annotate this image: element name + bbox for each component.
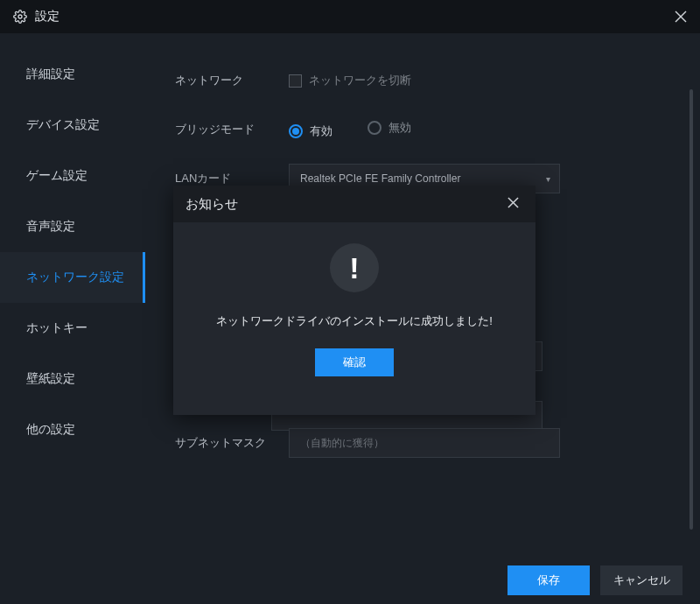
svg-point-0 bbox=[18, 15, 22, 18]
cancel-button[interactable]: キャンセル bbox=[600, 565, 682, 595]
sidebar-item-advanced[interactable]: 詳細設定 bbox=[0, 49, 145, 100]
button-label: キャンセル bbox=[613, 572, 670, 588]
notification-modal: お知らせ ! ネットワークドライバのインストールに成功しました! 確認 bbox=[173, 186, 536, 415]
input-placeholder: （自動的に獲得） bbox=[300, 436, 384, 451]
sidebar-item-label: ホットキー bbox=[26, 320, 88, 336]
chevron-down-icon: ▾ bbox=[546, 174, 550, 184]
bridge-disabled-radio[interactable]: 無効 bbox=[368, 120, 411, 136]
save-button[interactable]: 保存 bbox=[508, 565, 590, 595]
modal-close-button[interactable] bbox=[502, 196, 523, 212]
sidebar-item-network[interactable]: ネットワーク設定 bbox=[0, 252, 145, 303]
sidebar-item-label: ネットワーク設定 bbox=[26, 270, 124, 285]
sidebar-item-wallpaper[interactable]: 壁紙設定 bbox=[0, 354, 145, 404]
row-bridge-mode: ブリッジモード 有効 無効 bbox=[175, 105, 672, 154]
button-label: 保存 bbox=[537, 572, 560, 588]
sidebar-item-game[interactable]: ゲーム設定 bbox=[0, 151, 145, 201]
bridge-mode-label: ブリッジモード bbox=[175, 122, 289, 137]
sidebar-item-label: 音声設定 bbox=[26, 219, 75, 235]
checkbox-label: ネットワークを切断 bbox=[309, 73, 411, 88]
titlebar: 設定 bbox=[0, 0, 700, 33]
sidebar-item-label: 壁紙設定 bbox=[26, 371, 75, 387]
sidebar-item-audio[interactable]: 音声設定 bbox=[0, 201, 145, 252]
select-value: Realtek PCIe FE Family Controller bbox=[300, 172, 460, 185]
sidebar-item-hotkey[interactable]: ホットキー bbox=[0, 303, 145, 354]
sidebar-item-device[interactable]: デバイス設定 bbox=[0, 100, 145, 151]
bridge-enabled-radio[interactable]: 有効 bbox=[289, 123, 332, 139]
checkbox-icon bbox=[289, 74, 302, 88]
sidebar-item-label: デバイス設定 bbox=[26, 117, 100, 133]
window-close-button[interactable] bbox=[662, 0, 700, 33]
sidebar-item-label: ゲーム設定 bbox=[26, 168, 88, 184]
info-icon: ! bbox=[330, 243, 379, 292]
modal-header: お知らせ bbox=[173, 186, 536, 222]
subnet-input[interactable]: （自動的に獲得） bbox=[289, 428, 560, 458]
sidebar: 詳細設定 デバイス設定 ゲーム設定 音声設定 ネットワーク設定 ホットキー 壁紙… bbox=[0, 33, 145, 556]
radio-icon bbox=[289, 124, 303, 138]
sidebar-item-label: 詳細設定 bbox=[26, 67, 75, 82]
modal-body: ! ネットワークドライバのインストールに成功しました! 確認 bbox=[173, 222, 536, 376]
modal-confirm-button[interactable]: 確認 bbox=[315, 348, 394, 376]
radio-icon bbox=[368, 121, 382, 135]
bottom-bar: 保存 キャンセル bbox=[0, 556, 700, 604]
scrollbar[interactable] bbox=[690, 89, 693, 530]
disconnect-checkbox[interactable]: ネットワークを切断 bbox=[289, 73, 411, 88]
radio-label: 有効 bbox=[310, 123, 332, 139]
modal-title: お知らせ bbox=[186, 196, 238, 213]
radio-label: 無効 bbox=[388, 120, 411, 136]
window-title: 設定 bbox=[35, 9, 60, 25]
sidebar-item-label: 他の設定 bbox=[26, 422, 75, 438]
subnet-label: サブネットマスク bbox=[175, 435, 289, 451]
network-label: ネットワーク bbox=[175, 73, 289, 88]
settings-icon bbox=[12, 9, 28, 25]
sidebar-item-other[interactable]: 他の設定 bbox=[0, 404, 145, 455]
button-label: 確認 bbox=[343, 355, 366, 370]
row-network: ネットワーク ネットワークを切断 bbox=[175, 56, 672, 105]
lan-card-label: LANカード bbox=[175, 171, 289, 186]
modal-message: ネットワークドライバのインストールに成功しました! bbox=[216, 313, 493, 329]
